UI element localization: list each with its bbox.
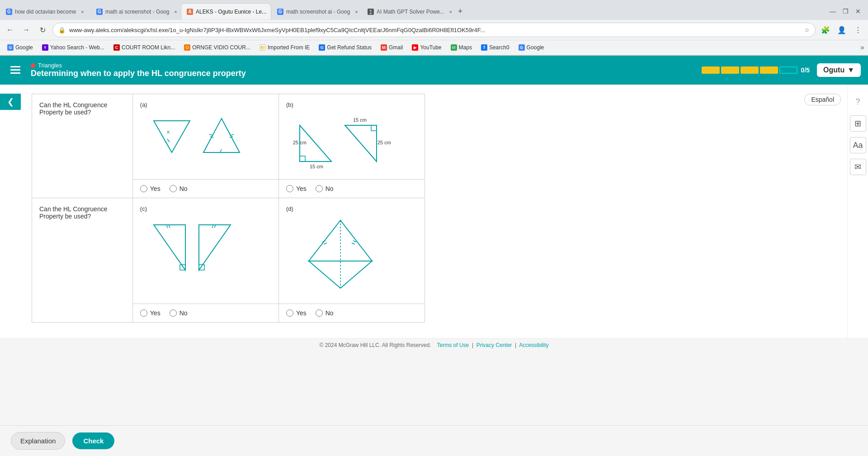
bookmark-ornge[interactable]: O ORNGE VIDIO COUR... xyxy=(180,43,254,52)
help-button[interactable]: ? xyxy=(850,94,866,110)
radio-d-no-label: No xyxy=(326,309,334,317)
svg-text:25 cm: 25 cm xyxy=(377,140,391,145)
tab-4-close[interactable]: × xyxy=(353,8,360,15)
tab-4-label: math screenshot ai - Goog xyxy=(286,9,350,15)
maximize-button[interactable]: ❐ xyxy=(841,7,850,16)
back-button[interactable]: ← xyxy=(4,24,16,36)
svg-line-24 xyxy=(169,225,170,228)
bookmark-refund-label: Get Refund Status xyxy=(327,44,372,51)
radio-b-yes-input[interactable] xyxy=(286,185,293,192)
collapse-icon: ❮ xyxy=(7,97,14,107)
question-icon: ? xyxy=(855,97,860,107)
svg-line-5 xyxy=(167,139,170,142)
reload-button[interactable]: ↻ xyxy=(36,24,49,36)
tab-1-close[interactable]: × xyxy=(79,8,86,15)
tab-2-close[interactable]: × xyxy=(172,8,179,15)
svg-text:25 cm: 25 cm xyxy=(293,140,307,145)
bookmark-google2-label: Google xyxy=(527,44,544,51)
radio-d-no-input[interactable] xyxy=(316,309,323,317)
radio-a-no-input[interactable] xyxy=(170,185,177,192)
url-text: www-awy.aleks.com/alekscgi/x/Isl.exe/1o_… xyxy=(69,27,801,33)
text-size-button[interactable]: Aa xyxy=(850,137,866,153)
forward-button[interactable]: → xyxy=(20,24,33,36)
radio-c-yes[interactable]: Yes xyxy=(140,309,160,317)
hamburger-button[interactable] xyxy=(7,62,24,78)
question-text-2: Can the HL Congruence Property be used? xyxy=(39,205,107,220)
bookmark-youtube[interactable]: ▶ YouTube xyxy=(408,43,445,52)
radio-d-no[interactable]: No xyxy=(316,309,334,317)
extensions-button[interactable]: 🧩 xyxy=(819,24,832,36)
bookmark-maps[interactable]: M Maps xyxy=(447,43,476,52)
radio-b-no[interactable]: No xyxy=(316,185,334,192)
bookmark-google2[interactable]: G Google xyxy=(515,43,548,52)
profile-button[interactable]: 👤 xyxy=(835,24,848,36)
tab-2[interactable]: G math ai screenshot - Goog × xyxy=(90,3,181,19)
calculator-icon: ⊞ xyxy=(854,119,861,128)
bookmark-yahoo-icon: Y xyxy=(42,44,48,51)
figure-c-label: (c) xyxy=(140,205,271,212)
browser-chrome: G how did octavian become × G math ai sc… xyxy=(0,0,868,56)
radio-d-yes[interactable]: Yes xyxy=(286,309,307,317)
radio-d-yes-input[interactable] xyxy=(286,309,293,317)
tab-5[interactable]: ∑ AI Math GPT Solver Powe... × xyxy=(362,3,452,19)
radio-c-no[interactable]: No xyxy=(170,309,188,317)
figure-row-1: Can the HL Congruence Property be used? … xyxy=(32,94,425,180)
radio-a-yes-input[interactable] xyxy=(140,185,147,192)
progress-seg-4 xyxy=(760,66,778,74)
figure-d-label: (d) xyxy=(286,205,417,212)
radio-a-yes[interactable]: Yes xyxy=(140,185,160,192)
radio-group-b: Yes No xyxy=(286,185,417,192)
tab-4[interactable]: G math screenshot ai - Goog × xyxy=(271,3,362,19)
radio-a-no[interactable]: No xyxy=(170,185,188,192)
radio-c-yes-input[interactable] xyxy=(140,309,147,317)
bookmark-yahoo[interactable]: Y Yahoo Search - Web... xyxy=(38,43,108,52)
radio-a-yes-label: Yes xyxy=(150,185,160,192)
radio-c-no-input[interactable] xyxy=(170,309,177,317)
problem-table: Can the HL Congruence Property be used? … xyxy=(32,94,425,323)
lesson-title: Determining when to apply the HL congrue… xyxy=(31,69,246,78)
lock-icon: 🔒 xyxy=(58,27,66,33)
svg-line-10 xyxy=(220,149,222,152)
question-label-1: Can the HL Congruence Property be used? xyxy=(32,94,133,198)
privacy-link[interactable]: Privacy Center xyxy=(476,342,512,348)
new-tab-button[interactable]: + xyxy=(454,5,467,18)
address-bar[interactable]: 🔒 www-awy.aleks.com/alekscgi/x/Isl.exe/1… xyxy=(52,23,816,37)
figure-b-svg: 25 cm 15 cm 15 cm 25 cm xyxy=(286,112,395,171)
calculator-button[interactable]: ⊞ xyxy=(850,115,866,132)
tab-bar: G how did octavian become × G math ai sc… xyxy=(0,0,868,20)
bookmark-imported-from-ie[interactable]: 📁 Imported From IE xyxy=(256,43,313,52)
svg-line-11 xyxy=(230,137,233,138)
radio-c-cell: Yes No xyxy=(132,304,278,323)
terms-link[interactable]: Terms of Use xyxy=(437,342,469,348)
bookmark-courtroom[interactable]: C COURT ROOM Likn... xyxy=(110,43,179,52)
radio-c-no-label: No xyxy=(179,309,188,317)
radio-b-yes[interactable]: Yes xyxy=(286,185,307,192)
radio-b-no-input[interactable] xyxy=(316,185,323,192)
bookmarks-more-button[interactable]: » xyxy=(860,43,864,52)
tab-4-favicon: G xyxy=(277,9,283,15)
tab-5-close[interactable]: × xyxy=(447,8,452,15)
svg-line-4 xyxy=(165,141,167,144)
radio-group-d: Yes No xyxy=(286,309,417,317)
close-button[interactable]: ✕ xyxy=(854,7,863,16)
figure-a-label: (a) xyxy=(140,101,271,108)
bookmark-refund[interactable]: G Get Refund Status xyxy=(315,43,375,52)
tab-1[interactable]: G how did octavian become × xyxy=(0,3,90,19)
mail-button[interactable]: ✉ xyxy=(850,159,866,175)
menu-button[interactable]: ⋮ xyxy=(852,24,864,36)
user-button[interactable]: Ogutu ▼ xyxy=(817,63,861,77)
minimize-button[interactable]: — xyxy=(828,7,837,16)
collapse-sidebar-button[interactable]: ❮ xyxy=(0,94,21,110)
bookmark-gmail[interactable]: M Gmail xyxy=(377,43,406,52)
espanol-button[interactable]: Español xyxy=(804,94,841,105)
radio-group-c: Yes No xyxy=(140,309,271,317)
figure-d-svg xyxy=(286,216,395,295)
bookmark-google[interactable]: G Google xyxy=(4,43,37,52)
star-icon: ☆ xyxy=(804,27,810,33)
svg-line-34 xyxy=(353,241,356,242)
bookmark-search0[interactable]: f Search0 xyxy=(477,43,513,52)
tab-3[interactable]: A ALEKS - Ogutu Eunice - Le... × xyxy=(181,3,271,19)
figure-b-cell: (b) 25 cm 15 cm xyxy=(278,94,425,180)
bookmark-gmail-icon: M xyxy=(381,44,387,51)
accessibility-link[interactable]: Accessibility xyxy=(519,342,548,348)
